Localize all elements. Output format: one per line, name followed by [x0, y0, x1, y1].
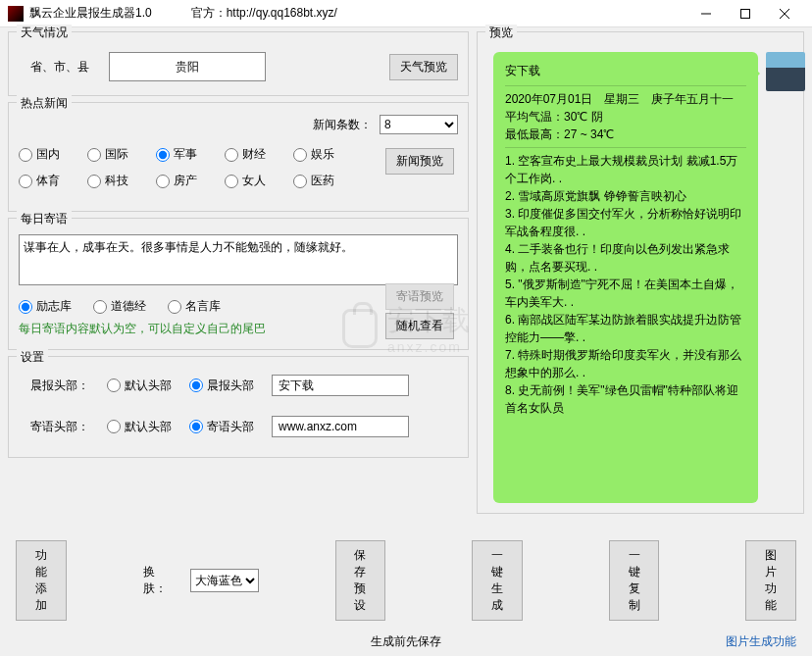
preview-news-item: 5. "俄罗斯制造"宁死不屈！在美国本土自爆，车内美军大. . — [505, 276, 746, 311]
app-title: 飘云企业晨报生成器1.0 — [29, 5, 152, 22]
avatar — [766, 52, 805, 91]
settings-label: 晨报头部： — [30, 378, 89, 394]
radio-icon[interactable] — [19, 300, 32, 314]
close-button[interactable] — [765, 0, 804, 27]
radio-icon[interactable] — [189, 378, 203, 392]
news-category-医药[interactable]: 医药 — [293, 173, 334, 189]
news-preview-button[interactable]: 新闻预览 — [385, 148, 454, 175]
radio-icon[interactable] — [189, 420, 203, 433]
radio-icon[interactable] — [225, 175, 238, 188]
quote-group-title: 每日寄语 — [17, 211, 72, 227]
preview-news-item: 2. 雪域高原党旗飘 铮铮誓言映初心 — [505, 187, 746, 205]
preview-date: 2020年07月01日 星期三 庚子年五月十一 — [505, 90, 746, 108]
news-group: 热点新闻 新闻条数： 8 国内国际军事财经娱乐体育科技房产女人医药 新闻预览 — [8, 102, 469, 212]
settings-input[interactable] — [272, 416, 409, 437]
official-url: 官方：http://qy.qq168bt.xyz/ — [191, 5, 686, 22]
footer-center: 生成前先保存 — [0, 633, 812, 650]
news-category-财经[interactable]: 财经 — [225, 146, 266, 163]
location-input[interactable] — [109, 52, 266, 81]
settings-group-title: 设置 — [17, 349, 48, 366]
news-category-国际[interactable]: 国际 — [87, 146, 128, 163]
settings-group: 设置 晨报头部：默认头部晨报头部 寄语头部：默认头部寄语头部 — [8, 356, 469, 458]
theme-label: 换肤： — [143, 564, 167, 597]
preview-news-item: 3. 印度催促多国交付军火，分析称恰好说明印军战备程度很. . — [505, 205, 746, 240]
preview-news-item: 1. 空客宣布史上最大规模裁员计划 裁减1.5万个工作岗. . — [505, 152, 746, 187]
preview-group: 预览 安下载 2020年07月01日 星期三 庚子年五月十一 平均气温：30℃ … — [477, 31, 804, 514]
radio-icon[interactable] — [93, 300, 107, 314]
radio-icon[interactable] — [107, 378, 121, 392]
quote-group: 每日寄语 谋事在人，成事在天。很多事情是人力不能勉强的，随缘就好。 寄语预览 励… — [8, 218, 469, 350]
news-group-title: 热点新闻 — [17, 95, 72, 112]
preview-news-item: 6. 南部战区陆军某边防旅着眼实战提升边防管控能力——擎. . — [505, 311, 746, 346]
theme-select[interactable]: 大海蓝色 — [190, 569, 259, 592]
location-label: 省、市、县 — [30, 59, 89, 76]
preview-news-item: 4. 二手装备也行！印度向以色列发出紧急求购，点名要买现. . — [505, 240, 746, 276]
settings-opt-晨报头部[interactable]: 晨报头部 — [189, 378, 254, 394]
weather-group-title: 天气情况 — [17, 25, 72, 41]
preview-group-title: 预览 — [485, 25, 517, 41]
radio-icon[interactable] — [19, 148, 32, 162]
weather-group: 天气情况 省、市、县 天气预览 — [8, 31, 469, 96]
add-feature-button[interactable]: 功能添加 — [16, 540, 67, 621]
footer-right-link[interactable]: 图片生成功能 — [726, 633, 796, 650]
radio-icon[interactable] — [107, 420, 121, 433]
titlebar: 飘云企业晨报生成器1.0 官方：http://qy.qq168bt.xyz/ — [0, 0, 812, 27]
maximize-button[interactable] — [726, 0, 765, 27]
radio-icon[interactable] — [156, 148, 170, 162]
random-quote-button[interactable]: 随机查看 — [385, 313, 454, 339]
svg-rect-1 — [741, 9, 750, 18]
generate-button[interactable]: 一键生成 — [472, 540, 523, 621]
settings-opt-寄语头部[interactable]: 寄语头部 — [189, 419, 254, 435]
news-category-女人[interactable]: 女人 — [225, 173, 266, 189]
settings-opt-默认头部[interactable]: 默认头部 — [107, 419, 172, 435]
save-preset-button[interactable]: 保存预设 — [335, 540, 386, 621]
radio-icon[interactable] — [87, 148, 101, 162]
radio-icon[interactable] — [225, 148, 238, 162]
settings-opt-默认头部[interactable]: 默认头部 — [107, 378, 172, 394]
radio-icon[interactable] — [293, 148, 307, 162]
preview-news-item: 8. 史无前例！美军"绿色贝雷帽"特种部队将迎首名女队员 — [505, 381, 746, 417]
news-category-体育[interactable]: 体育 — [19, 173, 60, 189]
image-fn-button[interactable]: 图片功能 — [745, 540, 796, 621]
news-category-娱乐[interactable]: 娱乐 — [293, 146, 334, 163]
radio-icon[interactable] — [168, 300, 181, 314]
news-category-房产[interactable]: 房产 — [156, 173, 197, 189]
news-category-国内[interactable]: 国内 — [19, 146, 60, 163]
preview-bubble: 安下载 2020年07月01日 星期三 庚子年五月十一 平均气温：30℃ 阴 最… — [493, 52, 758, 503]
news-category-科技[interactable]: 科技 — [87, 173, 128, 189]
radio-icon[interactable] — [19, 175, 32, 188]
radio-icon[interactable] — [156, 175, 170, 188]
quote-textarea[interactable]: 谋事在人，成事在天。很多事情是人力不能勉强的，随缘就好。 — [19, 234, 458, 285]
news-count-select[interactable]: 8 — [380, 115, 458, 134]
weather-preview-button[interactable]: 天气预览 — [389, 54, 458, 80]
quote-source-名言库[interactable]: 名言库 — [168, 298, 221, 315]
news-count-label: 新闻条数： — [313, 117, 372, 133]
preview-news-item: 7. 特殊时期俄罗斯给印度卖军火，并没有那么想象中的那么. . — [505, 346, 746, 381]
quote-source-道德经[interactable]: 道德经 — [93, 298, 146, 315]
settings-label: 寄语头部： — [30, 419, 89, 435]
copy-button[interactable]: 一键复制 — [609, 540, 660, 621]
preview-temp-range: 最低最高：27 ~ 34℃ — [505, 126, 746, 143]
quote-source-励志库[interactable]: 励志库 — [19, 298, 72, 315]
news-category-军事[interactable]: 军事 — [156, 146, 197, 163]
radio-icon[interactable] — [293, 175, 307, 188]
bottom-toolbar: 功能添加 换肤： 大海蓝色 保存预设 一键生成 一键复制 图片功能 — [0, 532, 812, 629]
preview-temp-avg: 平均气温：30℃ 阴 — [505, 108, 746, 126]
minimize-button[interactable] — [686, 0, 726, 27]
app-icon — [8, 6, 24, 22]
settings-input[interactable] — [272, 375, 409, 396]
preview-header: 安下载 — [505, 62, 746, 79]
radio-icon[interactable] — [87, 175, 101, 188]
